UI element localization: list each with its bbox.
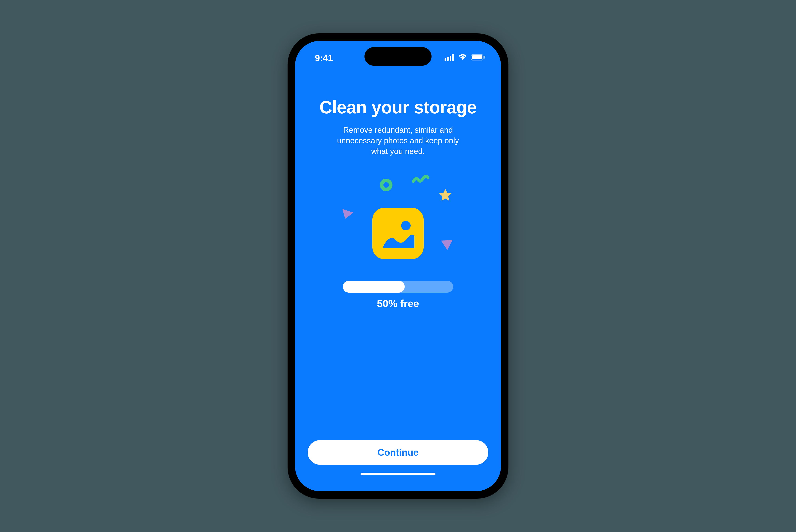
main-content: Clean your storage Remove redundant, sim… bbox=[295, 69, 501, 440]
confetti-triangle-icon bbox=[440, 239, 454, 252]
home-indicator[interactable] bbox=[361, 473, 435, 475]
cellular-signal-icon bbox=[444, 54, 454, 61]
storage-progress: 50% free bbox=[343, 281, 453, 309]
illustration-group bbox=[329, 174, 467, 265]
confetti-circle-icon bbox=[380, 179, 393, 191]
status-indicators bbox=[444, 54, 485, 61]
bottom-bar: Continue bbox=[295, 440, 501, 491]
svg-rect-0 bbox=[444, 58, 446, 61]
progress-bar-track bbox=[343, 281, 453, 292]
wifi-icon bbox=[458, 54, 468, 61]
phone-screen: 9:41 bbox=[295, 41, 501, 491]
battery-icon bbox=[471, 54, 485, 61]
continue-button[interactable]: Continue bbox=[308, 440, 488, 465]
dynamic-island bbox=[364, 47, 432, 66]
svg-rect-3 bbox=[452, 54, 454, 61]
photo-icon bbox=[372, 208, 424, 259]
status-time: 9:41 bbox=[315, 53, 333, 63]
confetti-triangle-icon bbox=[341, 208, 355, 221]
svg-rect-2 bbox=[450, 56, 451, 61]
confetti-squiggle-icon bbox=[412, 174, 430, 185]
progress-bar-fill bbox=[343, 281, 405, 292]
svg-rect-1 bbox=[447, 57, 449, 61]
svg-rect-5 bbox=[472, 55, 482, 59]
page-title: Clean your storage bbox=[319, 98, 476, 117]
confetti-star-icon bbox=[438, 188, 452, 203]
page-subtitle: Remove redundant, similar and unnecessar… bbox=[329, 125, 467, 156]
progress-label: 50% free bbox=[377, 298, 419, 309]
svg-rect-6 bbox=[484, 56, 485, 59]
phone-device-frame: 9:41 bbox=[287, 33, 509, 499]
svg-point-7 bbox=[401, 221, 411, 230]
